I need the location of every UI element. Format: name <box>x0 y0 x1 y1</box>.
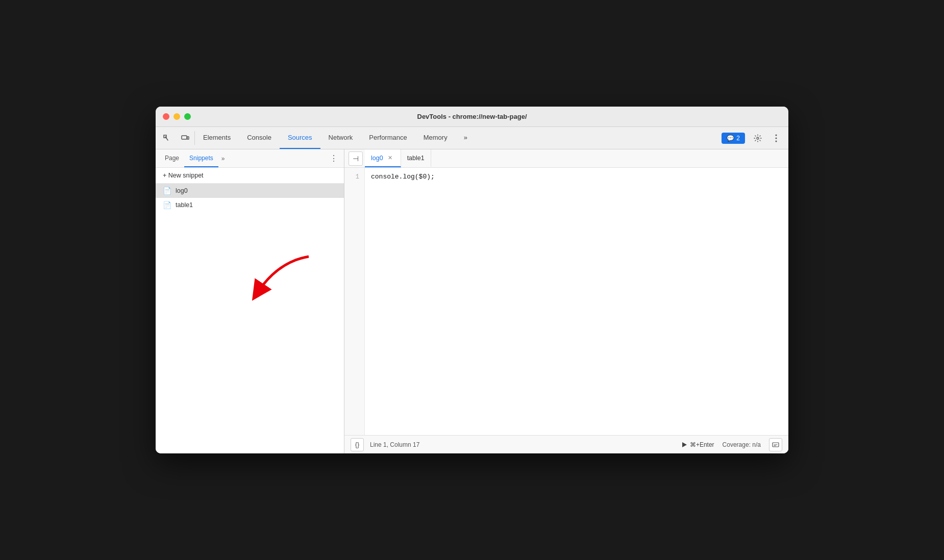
devtools-window: DevTools - chrome://new-tab-page/ Elemen… <box>156 107 788 453</box>
tab-memory[interactable]: Memory <box>415 127 456 149</box>
svg-point-2 <box>776 134 777 136</box>
tab-snippets[interactable]: Snippets <box>184 149 218 167</box>
tab-console[interactable]: Console <box>239 127 280 149</box>
file-list: 📄 log0 📄 table1 <box>156 184 344 453</box>
svg-rect-0 <box>182 136 187 139</box>
tab-page[interactable]: Page <box>160 149 184 167</box>
title-bar: DevTools - chrome://new-tab-page/ <box>156 107 788 127</box>
svg-rect-1 <box>187 137 189 139</box>
settings-button[interactable] <box>750 130 766 146</box>
panel-tab-menu[interactable]: ⋮ <box>328 152 340 165</box>
tab-elements[interactable]: Elements <box>195 127 239 149</box>
run-label: ⌘+Enter <box>690 441 714 448</box>
new-snippet-button[interactable]: + New snippet <box>156 168 344 184</box>
line-number-1: 1 <box>344 172 359 182</box>
traffic-lights <box>163 113 191 120</box>
svg-point-4 <box>776 140 777 142</box>
panel-tab-more[interactable]: » <box>218 155 228 162</box>
left-panel: Page Snippets » ⋮ + New snippet 📄 log0 <box>156 149 344 453</box>
devtools-tabs-right: 💬 2 <box>722 127 788 149</box>
chat-icon: 💬 <box>727 135 734 142</box>
file-name-log0: log0 <box>176 187 188 194</box>
file-icon-log0: 📄 <box>163 187 171 195</box>
run-button[interactable]: ⌘+Enter <box>682 441 714 448</box>
window-title: DevTools - chrome://new-tab-page/ <box>417 113 527 120</box>
format-button[interactable]: {} <box>351 438 364 451</box>
coverage-button[interactable] <box>769 438 782 451</box>
devtools-body: Page Snippets » ⋮ + New snippet 📄 log0 <box>156 149 788 453</box>
panel-tabs: Page Snippets » ⋮ <box>156 149 344 168</box>
inspector-icon[interactable] <box>158 127 176 149</box>
format-icon: {} <box>355 441 360 448</box>
editor-tab-log0[interactable]: log0 ✕ <box>365 149 401 167</box>
editor-tab-table1-label: table1 <box>407 155 425 162</box>
maximize-button[interactable] <box>184 113 191 120</box>
new-snippet-label: + New snippet <box>163 172 204 179</box>
cursor-position: Line 1, Column 17 <box>370 441 419 448</box>
minimize-button[interactable] <box>173 113 180 120</box>
status-bar: {} Line 1, Column 17 ⌘+Enter Coverage: n… <box>344 435 788 453</box>
file-icon-table1: 📄 <box>163 201 171 209</box>
tab-network[interactable]: Network <box>320 127 361 149</box>
device-icon[interactable] <box>176 127 194 149</box>
code-line-1: console.log($0); <box>371 172 788 182</box>
editor-tab-log0-close[interactable]: ✕ <box>386 154 394 162</box>
editor-tab-log0-label: log0 <box>371 155 383 162</box>
tab-more[interactable]: » <box>456 127 476 149</box>
file-item-table1[interactable]: 📄 table1 <box>156 198 344 212</box>
status-bar-right: ⌘+Enter Coverage: n/a <box>682 438 782 451</box>
run-icon <box>682 442 687 447</box>
code-content[interactable]: console.log($0); <box>365 168 788 435</box>
file-item-log0[interactable]: 📄 log0 <box>156 184 344 198</box>
code-editor[interactable]: 1 console.log($0); <box>344 168 788 435</box>
close-button[interactable] <box>163 113 169 120</box>
svg-point-3 <box>776 137 777 139</box>
tab-performance[interactable]: Performance <box>361 127 415 149</box>
coverage-label: Coverage: n/a <box>723 441 761 448</box>
editor-tab-table1[interactable]: table1 <box>401 149 431 167</box>
line-numbers: 1 <box>344 168 365 435</box>
editor-tabs: ⊣ log0 ✕ table1 <box>344 149 788 168</box>
chat-button[interactable]: 💬 2 <box>722 133 745 144</box>
file-name-table1: table1 <box>176 201 193 209</box>
tab-sources[interactable]: Sources <box>280 127 320 149</box>
devtools-tab-bar: Elements Console Sources Network Perform… <box>156 127 788 149</box>
right-panel: ⊣ log0 ✕ table1 1 console.log($0); <box>344 149 788 453</box>
chat-count: 2 <box>736 135 740 142</box>
sidebar-toggle[interactable]: ⊣ <box>349 151 363 166</box>
more-options-button[interactable] <box>768 130 784 146</box>
